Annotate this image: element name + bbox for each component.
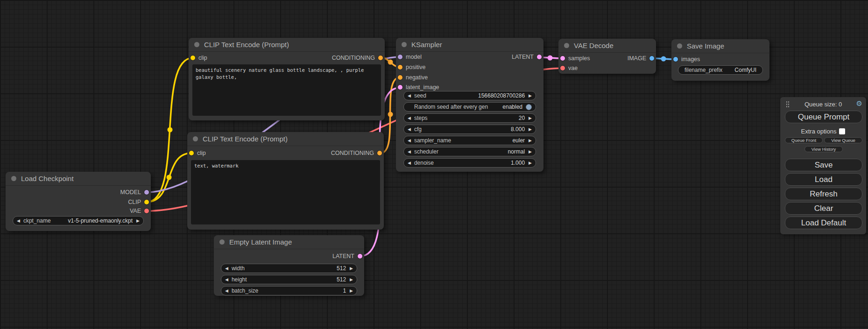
scheduler-widget[interactable]: ◀ scheduler normal ▶ — [403, 147, 536, 156]
node-title-bar[interactable]: CLIP Text Encode (Prompt) — [187, 132, 384, 146]
width-widget[interactable]: ◀ width 512 ▶ — [221, 264, 357, 273]
next-arrow-icon[interactable]: ▶ — [529, 139, 532, 143]
node-ksampler[interactable]: KSampler model positive negative latent_… — [396, 38, 543, 172]
node-load-checkpoint[interactable]: Load Checkpoint MODEL CLIP VAE ◀ ckpt_na… — [6, 172, 151, 231]
load-button[interactable]: Load — [785, 173, 862, 186]
node-title: Load Checkpoint — [21, 175, 74, 182]
steps-widget[interactable]: ◀ steps 20 ▶ — [403, 113, 536, 123]
prev-arrow-icon[interactable]: ◀ — [408, 127, 411, 132]
load-default-button[interactable]: Load Default — [785, 217, 862, 229]
widget-label: cfg — [414, 126, 422, 133]
positive-input-dot[interactable] — [398, 65, 402, 70]
comfyui-canvas[interactable]: { "app": {"name_hint": "node graph edito… — [0, 0, 868, 329]
output-slot-vae: VAE — [130, 206, 151, 216]
queue-panel-header: Queue size: 0 ⚙ — [780, 100, 866, 108]
collapse-dot-icon[interactable] — [194, 42, 199, 47]
node-vae-decode[interactable]: VAE Decode samples vae IMAGE — [558, 39, 656, 74]
model-input-dot[interactable] — [398, 55, 402, 59]
node-title: CLIP Text Encode (Prompt) — [204, 41, 289, 49]
filename-prefix-widget[interactable]: filename_prefix ComfyUI — [678, 65, 763, 75]
positive-prompt-textarea[interactable]: beautiful scenery nature glass bottle la… — [192, 64, 381, 116]
collapse-dot-icon[interactable] — [219, 239, 225, 245]
node-empty-latent-image[interactable]: Empty Latent Image LATENT ◀ width 512 ▶ … — [214, 235, 364, 296]
widget-value: 1.000 — [511, 160, 525, 166]
prev-arrow-icon[interactable]: ◀ — [225, 266, 228, 271]
next-arrow-icon[interactable]: ▶ — [350, 289, 353, 293]
cfg-widget[interactable]: ◀ cfg 8.000 ▶ — [403, 125, 536, 134]
prev-arrow-icon[interactable]: ◀ — [408, 139, 411, 143]
next-arrow-icon[interactable]: ▶ — [529, 116, 532, 120]
image-output-dot[interactable] — [649, 56, 654, 61]
prev-arrow-icon[interactable]: ◀ — [17, 219, 20, 223]
prev-arrow-icon[interactable]: ◀ — [225, 289, 228, 293]
refresh-button[interactable]: Refresh — [785, 188, 862, 200]
seed-widget[interactable]: ◀ seed 156680208700286 ▶ — [403, 91, 536, 100]
node-title-bar[interactable]: Save Image — [671, 39, 769, 53]
node-title-bar[interactable]: CLIP Text Encode (Prompt) — [189, 38, 385, 52]
node-title-bar[interactable]: VAE Decode — [558, 39, 656, 53]
input-slot-images: images — [671, 55, 700, 64]
node-clip-encode-positive[interactable]: CLIP Text Encode (Prompt) clip CONDITION… — [189, 38, 385, 120]
node-title-bar[interactable]: Load Checkpoint — [6, 172, 151, 186]
clip-output-dot[interactable] — [144, 200, 149, 204]
node-title-bar[interactable]: Empty Latent Image — [214, 235, 364, 249]
collapse-dot-icon[interactable] — [193, 136, 198, 141]
negative-prompt-textarea[interactable]: text, watermark — [191, 160, 380, 224]
output-slot-image: IMAGE — [628, 54, 656, 63]
widget-value: euler — [512, 137, 525, 144]
prev-arrow-icon[interactable]: ◀ — [408, 161, 411, 165]
node-save-image[interactable]: Save Image images filename_prefix ComfyU… — [671, 39, 769, 81]
clear-button[interactable]: Clear — [785, 202, 862, 215]
images-input-dot[interactable] — [673, 57, 678, 62]
prev-arrow-icon[interactable]: ◀ — [225, 278, 228, 282]
extra-options-checkbox[interactable] — [839, 128, 845, 134]
vae-output-dot[interactable] — [144, 209, 149, 213]
toggle-enabled-icon[interactable] — [526, 104, 532, 110]
queue-front-button[interactable]: Queue Front — [785, 137, 823, 143]
latent-output-dot[interactable] — [358, 254, 362, 259]
samples-input-dot[interactable] — [560, 56, 565, 61]
view-queue-button[interactable]: View Queue — [824, 137, 862, 143]
latent-output-dot[interactable] — [537, 55, 542, 59]
batch-size-widget[interactable]: ◀ batch_size 1 ▶ — [221, 286, 357, 295]
view-history-button[interactable]: View History — [804, 146, 843, 152]
collapse-dot-icon[interactable] — [564, 43, 569, 48]
height-widget[interactable]: ◀ height 512 ▶ — [221, 275, 357, 284]
input-slot-clip: clip — [189, 53, 207, 63]
node-title-bar[interactable]: KSampler — [396, 38, 543, 52]
clip-input-dot[interactable] — [191, 56, 195, 60]
collapse-dot-icon[interactable] — [11, 176, 16, 181]
next-arrow-icon[interactable]: ▶ — [136, 219, 140, 223]
next-arrow-icon[interactable]: ▶ — [529, 94, 532, 98]
widget-label: denoise — [414, 160, 434, 166]
sampler-name-widget[interactable]: ◀ sampler_name euler ▶ — [403, 136, 536, 145]
node-clip-encode-negative[interactable]: CLIP Text Encode (Prompt) clip CONDITION… — [187, 132, 384, 230]
model-output-dot[interactable] — [144, 190, 149, 195]
save-button[interactable]: Save — [785, 159, 862, 171]
conditioning-output-dot[interactable] — [377, 151, 382, 155]
prev-arrow-icon[interactable]: ◀ — [408, 150, 411, 154]
next-arrow-icon[interactable]: ▶ — [529, 161, 532, 165]
random-seed-toggle-widget[interactable]: Random seed after every gen enabled — [403, 102, 536, 112]
next-arrow-icon[interactable]: ▶ — [350, 266, 353, 271]
widget-label: filename_prefix — [685, 67, 722, 73]
clip-input-dot[interactable] — [189, 151, 194, 155]
latent-image-input-dot[interactable] — [398, 85, 402, 90]
ckpt-name-widget[interactable]: ◀ ckpt_name v1-5-pruned-emaonly.ckpt ▶ — [13, 216, 144, 225]
prev-arrow-icon[interactable]: ◀ — [408, 116, 411, 120]
next-arrow-icon[interactable]: ▶ — [350, 278, 353, 282]
vae-input-dot[interactable] — [560, 66, 565, 70]
slot-label: LATENT — [332, 253, 354, 259]
next-arrow-icon[interactable]: ▶ — [529, 150, 532, 154]
negative-input-dot[interactable] — [398, 75, 402, 80]
output-slot-latent: LATENT — [332, 252, 364, 261]
prev-arrow-icon[interactable]: ◀ — [408, 94, 411, 98]
collapse-dot-icon[interactable] — [677, 43, 682, 49]
output-slot-model: MODEL — [120, 188, 151, 197]
queue-prompt-button[interactable]: Queue Prompt — [785, 111, 862, 123]
gear-icon[interactable]: ⚙ — [856, 99, 862, 108]
next-arrow-icon[interactable]: ▶ — [529, 127, 532, 132]
collapse-dot-icon[interactable] — [402, 42, 407, 47]
denoise-widget[interactable]: ◀ denoise 1.000 ▶ — [403, 158, 536, 168]
conditioning-output-dot[interactable] — [378, 56, 383, 60]
